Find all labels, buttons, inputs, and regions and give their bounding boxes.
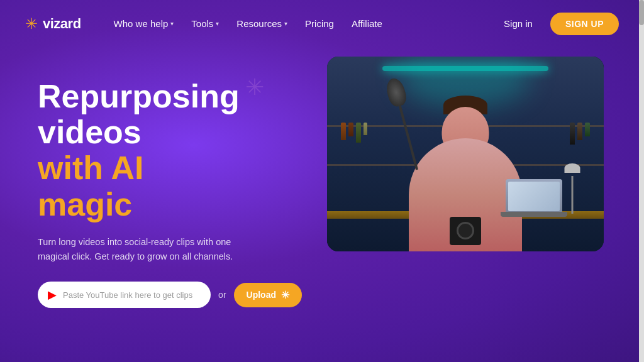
upload-button[interactable]: Upload ✳ [234,283,302,307]
hero-image [327,57,604,251]
desk-lamp [563,163,582,214]
logo[interactable]: ✳ vizard [25,15,81,33]
navbar: ✳ vizard Who we help ▾ Tools ▾ Resources… [0,0,644,47]
laptop-base [501,212,567,217]
hero-input-row: ▶ Paste YouTube link here to get clips o… [38,282,302,308]
or-divider: or [218,290,226,300]
nav-item-tools[interactable]: Tools ▾ [184,13,226,34]
chevron-down-icon: ▾ [170,20,174,27]
camera-lens [457,222,474,239]
video-background [327,57,604,251]
laptop [506,179,562,214]
headline-line1: Repurposing [38,78,240,114]
nav-label-affiliate: Affiliate [352,18,382,29]
nav-label-resources: Resources [236,18,282,29]
headline-accent-line1: with AI [38,150,144,186]
nav-label-who-we-help: Who we help [114,18,169,29]
video-frame [327,57,604,251]
youtube-input-placeholder: Paste YouTube link here to get clips [63,290,201,300]
headline-line2: videos [38,114,142,150]
nav-item-affiliate[interactable]: Affiliate [344,13,390,34]
sign-up-button[interactable]: SIGN UP [550,13,619,35]
youtube-icon: ▶ [48,288,57,302]
nav-right: Sign in SIGN UP [496,13,619,35]
main-content: Repurposing videos with AI magic Turn lo… [0,47,644,308]
shelf-items [341,123,367,143]
sign-in-link[interactable]: Sign in [496,13,540,34]
nav-item-pricing[interactable]: Pricing [297,13,341,34]
camera [450,217,481,245]
upload-label: Upload [247,290,276,300]
light-bar [382,66,548,71]
hero-left: Repurposing videos with AI magic Turn lo… [38,60,302,308]
chevron-down-icon: ▾ [284,20,287,27]
nav-label-pricing: Pricing [305,18,334,29]
nav-links: Who we help ▾ Tools ▾ Resources ▾ Pricin… [106,13,491,34]
lamp-pole [571,176,573,214]
youtube-input-wrapper[interactable]: ▶ Paste YouTube link here to get clips [38,282,211,308]
headline-accent-line2: magic [38,186,132,222]
nav-label-tools: Tools [191,18,213,29]
hero-subtext: Turn long videos into social-ready clips… [38,235,252,264]
nav-item-resources[interactable]: Resources ▾ [229,13,295,34]
hero-headline: Repurposing videos with AI magic [38,79,302,222]
logo-text: vizard [43,16,81,32]
chevron-down-icon: ▾ [216,20,219,27]
shelf-items-right [570,123,590,145]
laptop-screen [508,182,560,211]
lamp-head [564,163,580,173]
nav-item-who-we-help[interactable]: Who we help ▾ [106,13,182,34]
logo-icon: ✳ [25,15,38,33]
upload-asterisk-icon: ✳ [281,289,289,301]
